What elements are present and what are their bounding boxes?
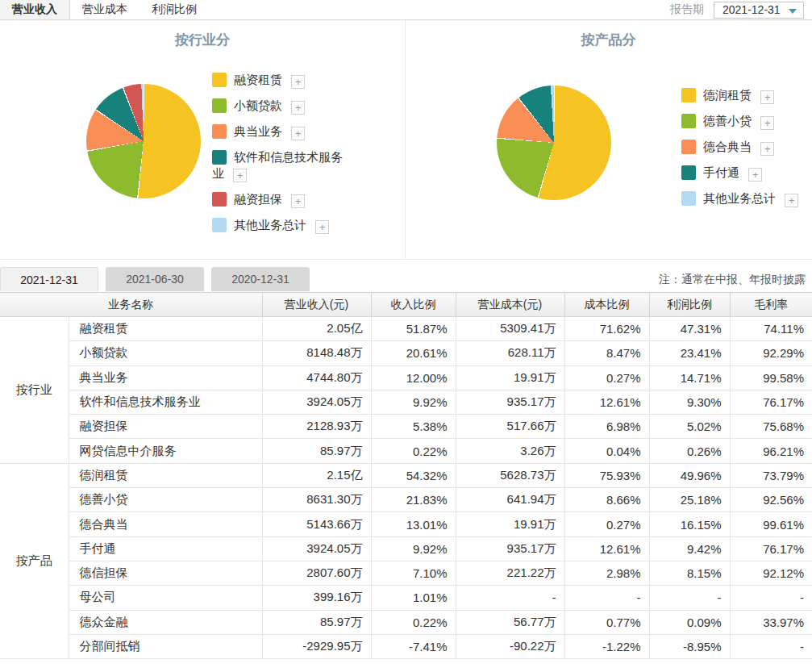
report-period-select[interactable]: 2021-12-31 [714, 2, 804, 19]
table-row: 典当业务4744.80万12.00%19.91万0.27%14.71%99.58… [0, 365, 812, 390]
report-period-label: 报告期 [670, 2, 704, 17]
value-cell: 56.77万 [456, 610, 564, 634]
table-header-cell: 业务名称 [0, 293, 262, 317]
report-period-value: 2021-12-31 [722, 3, 781, 16]
value-cell: 0.27% [564, 512, 649, 536]
value-cell: 4744.80万 [262, 365, 371, 390]
legend-add-button[interactable]: + [785, 194, 798, 207]
legend-item[interactable]: 融资担保 + [212, 191, 346, 208]
table-header-cell: 收入比例 [371, 293, 456, 317]
value-cell: 47.31% [649, 317, 730, 341]
value-cell: 19.91万 [456, 512, 564, 536]
business-name-cell: 德润租赁 [69, 463, 262, 487]
legend-item[interactable]: 德合典当 + [681, 139, 812, 156]
legend-add-button[interactable]: + [291, 194, 305, 208]
period-tab-label: 2020-12-31 [231, 273, 289, 286]
value-cell: -1.22% [564, 634, 649, 658]
legend-add-button[interactable]: + [760, 142, 774, 156]
legend-label: 德润租赁 [703, 88, 755, 102]
value-cell: 13.01% [371, 512, 456, 536]
value-cell: 9.92% [371, 390, 456, 414]
legend-item[interactable]: 小额贷款 + [212, 98, 346, 115]
value-cell: 5.02% [649, 415, 730, 439]
table-row: 母公司399.16万1.01%---- [0, 586, 812, 610]
value-cell: - [730, 634, 812, 658]
legend-label: 融资担保 [234, 192, 285, 206]
charts-row: 按行业分 融资租赁 + 小额贷款 + 典当业务 + 软件和信息技术服务业 + 融… [0, 20, 812, 260]
legend-add-button[interactable]: + [233, 169, 247, 182]
chart-title: 按产品分 [406, 31, 811, 49]
legend-add-button[interactable]: + [291, 75, 305, 89]
legend-item[interactable]: 其他业务总计 + [212, 217, 346, 234]
legend-add-button[interactable]: + [760, 116, 774, 130]
legend-add-button[interactable]: + [291, 127, 305, 140]
period-tab[interactable]: 2021-06-30 [106, 267, 204, 291]
legend-item[interactable]: 软件和信息技术服务业 + [212, 149, 346, 182]
value-cell: -90.22万 [456, 634, 564, 658]
business-name-cell: 融资租赁 [69, 317, 262, 341]
value-cell: 33.97% [730, 610, 812, 634]
top-tab-label: 营业成本 [82, 2, 127, 17]
value-cell: 51.87% [371, 317, 456, 341]
chevron-down-icon [789, 9, 797, 14]
value-cell: 6.98% [564, 415, 649, 439]
value-cell: 9.30% [649, 390, 730, 414]
value-cell: 54.32% [371, 463, 456, 487]
legend-add-button[interactable]: + [315, 220, 329, 234]
period-tab[interactable]: 2021-12-31 [0, 267, 98, 291]
value-cell: -2929.95万 [262, 634, 371, 658]
value-cell: 0.26% [649, 439, 730, 463]
top-tab[interactable]: 营业收入 [0, 0, 70, 19]
value-cell: 0.27% [564, 365, 649, 390]
value-cell: - [730, 586, 812, 610]
top-tab-bar: 营业收入 营业成本 利润比例 报告期 2021-12-31 [0, 0, 812, 20]
value-cell: 0.09% [649, 610, 730, 634]
value-cell: 74.11% [730, 317, 812, 341]
business-name-cell: 德众金融 [69, 610, 262, 634]
period-tab-bar: 2021-12-31 2021-06-30 2020-12-31 注：通常在中报… [0, 260, 812, 292]
chart-legend: 融资租赁 + 小额贷款 + 典当业务 + 软件和信息技术服务业 + 融资担保 +… [212, 72, 357, 243]
top-tab-label: 营业收入 [12, 2, 57, 17]
legend-swatch-icon [681, 114, 696, 128]
legend-label: 手付通 [703, 165, 743, 179]
business-name-cell: 融资担保 [69, 415, 262, 439]
table-row: 德善小贷8631.30万21.83%641.94万8.66%25.18%92.5… [0, 488, 812, 512]
value-cell: 8148.48万 [262, 341, 371, 365]
legend-swatch-icon [681, 88, 696, 102]
pie-chart[interactable] [86, 84, 201, 198]
table-row: 手付通3924.05万9.92%935.17万12.61%9.42%76.17% [0, 536, 812, 561]
legend-swatch-icon [212, 150, 227, 165]
value-cell: 7.10% [371, 561, 456, 585]
legend-item[interactable]: 德善小贷 + [681, 113, 812, 130]
legend-swatch-icon [212, 192, 227, 207]
legend-add-button[interactable]: + [748, 168, 762, 182]
top-tab[interactable]: 利润比例 [139, 0, 209, 19]
value-cell: 21.83% [371, 488, 456, 512]
legend-swatch-icon [212, 218, 227, 232]
legend-add-button[interactable]: + [291, 101, 305, 115]
period-tabs: 2021-12-31 2021-06-30 2020-12-31 [0, 267, 317, 291]
value-cell: 935.17万 [456, 536, 564, 561]
value-cell: 8631.30万 [262, 488, 371, 512]
value-cell: 517.66万 [456, 415, 564, 439]
legend-item[interactable]: 手付通 + [681, 165, 812, 182]
value-cell: 399.16万 [262, 586, 371, 610]
legend-item[interactable]: 其他业务总计 + [681, 190, 812, 207]
value-cell: - [564, 586, 649, 610]
value-cell: 628.11万 [456, 341, 564, 365]
business-name-cell: 手付通 [69, 536, 262, 561]
value-cell: 8.66% [564, 488, 649, 512]
table-header-cell: 营业收入(元) [262, 293, 371, 317]
table-row: 按行业融资租赁2.05亿51.87%5309.41万71.62%47.31%74… [0, 317, 812, 341]
pie-chart[interactable] [497, 86, 611, 200]
value-cell: 76.17% [730, 390, 812, 414]
legend-item[interactable]: 融资租赁 + [212, 72, 346, 89]
period-tab[interactable]: 2020-12-31 [211, 267, 310, 291]
legend-add-button[interactable]: + [760, 90, 774, 104]
chart-title: 按行业分 [0, 31, 405, 49]
table-row: 德众金融85.97万0.22%56.77万0.77%0.09%33.97% [0, 610, 812, 634]
top-tab[interactable]: 营业成本 [70, 0, 139, 19]
legend-item[interactable]: 德润租赁 + [681, 87, 812, 104]
value-cell: 0.22% [371, 610, 456, 634]
legend-item[interactable]: 典当业务 + [212, 123, 346, 140]
